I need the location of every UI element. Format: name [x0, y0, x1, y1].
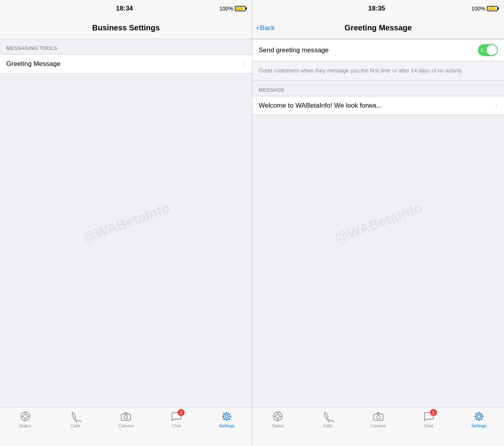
right-tab-chat-label: Chat — [424, 423, 433, 428]
svg-point-1 — [23, 414, 27, 418]
left-camera-icon — [120, 411, 132, 422]
left-tab-camera-label: Camera — [118, 423, 133, 428]
left-tab-settings[interactable]: Settings — [202, 411, 252, 428]
right-status-bar: 18:35 100% — [252, 0, 504, 17]
right-status-right: 100% — [471, 5, 498, 12]
right-watermark: @WABetaInfo — [332, 200, 424, 247]
svg-rect-6 — [121, 414, 131, 420]
left-tab-calls[interactable]: Calls — [50, 411, 101, 428]
right-time: 18:35 — [282, 5, 471, 12]
greeting-message-chevron: › — [243, 60, 246, 68]
right-tab-settings[interactable]: Settings — [454, 411, 504, 428]
left-nav-bar: Business Settings — [0, 17, 252, 39]
greeting-toggle[interactable]: I — [478, 44, 498, 56]
left-tab-chat-label: Chat — [172, 423, 181, 428]
svg-rect-16 — [374, 414, 383, 420]
svg-point-18 — [477, 415, 481, 418]
left-battery-fill — [236, 7, 243, 10]
svg-point-17 — [376, 416, 380, 419]
left-panel: 18:34 100% Business Settings MESSAGING T… — [0, 0, 252, 446]
left-section-header: MESSAGING TOOLS — [0, 39, 252, 54]
left-tab-status[interactable]: Status — [0, 411, 50, 428]
right-battery-percent: 100% — [471, 5, 485, 12]
left-tab-camera[interactable]: Camera — [101, 411, 151, 428]
svg-point-19 — [476, 413, 482, 420]
message-preview-text: Welcome to WABetaInfo! We look forwa... — [259, 102, 495, 110]
left-chat-badge: 1 — [177, 409, 185, 416]
right-battery-fill — [488, 7, 495, 10]
svg-point-8 — [225, 415, 228, 418]
right-tab-bar: Status Calls Camera — [252, 407, 504, 446]
right-tab-status-label: Status — [272, 423, 284, 428]
left-battery-icon — [235, 6, 246, 11]
message-preview-row[interactable]: Welcome to WABetaInfo! We look forwa... … — [252, 96, 504, 115]
left-tab-calls-label: Calls — [71, 423, 80, 428]
left-chat-icon: 1 — [170, 411, 182, 422]
left-nav-title: Business Settings — [92, 23, 160, 32]
right-tab-settings-label: Settings — [471, 423, 487, 428]
send-greeting-row[interactable]: Send greeting message I — [252, 39, 504, 61]
left-time: 18:34 — [30, 5, 219, 12]
left-tab-bar: Status Calls Camera — [0, 407, 252, 446]
right-chat-icon: 1 — [423, 411, 435, 422]
greeting-message-row[interactable]: Greeting Message › — [0, 55, 252, 73]
right-chat-badge: 1 — [430, 409, 437, 416]
greeting-description: Greet customers when they message you th… — [252, 61, 504, 81]
left-tab-status-label: Status — [19, 423, 31, 428]
right-tab-chat[interactable]: 1 Chat — [403, 411, 454, 428]
right-status-icon — [272, 411, 284, 422]
left-calls-icon — [70, 411, 82, 422]
right-calls-icon — [322, 411, 334, 422]
toggle-i-label: I — [481, 47, 483, 53]
right-settings-icon — [473, 411, 485, 422]
right-tab-status[interactable]: Status — [252, 411, 303, 428]
right-back-button[interactable]: ‹ Back — [256, 24, 275, 32]
svg-point-11 — [276, 414, 280, 418]
right-nav-title: Greeting Message — [344, 23, 412, 32]
right-tab-calls-label: Calls — [323, 423, 332, 428]
right-camera-icon — [373, 411, 384, 422]
back-label: Back — [260, 24, 275, 32]
right-tab-camera-label: Camera — [371, 423, 386, 428]
left-settings-icon — [221, 411, 232, 422]
send-greeting-label: Send greeting message — [259, 46, 329, 54]
right-tab-camera[interactable]: Camera — [353, 411, 403, 428]
right-battery-icon — [487, 6, 498, 11]
toggle-section: Send greeting message I — [252, 39, 504, 61]
right-nav-bar: ‹ Back Greeting Message — [252, 17, 504, 39]
left-list-section: Greeting Message › — [0, 54, 252, 74]
message-row-chevron: › — [495, 101, 498, 110]
right-panel: 18:35 100% ‹ Back Greeting Message Send … — [252, 0, 504, 446]
left-tab-chat[interactable]: 1 Chat — [151, 411, 202, 428]
svg-point-7 — [124, 416, 128, 419]
right-tab-calls[interactable]: Calls — [303, 411, 353, 428]
back-chevron-icon: ‹ — [256, 23, 259, 32]
left-tab-settings-label: Settings — [219, 423, 235, 428]
left-status-bar: 18:34 100% — [0, 0, 252, 17]
left-status-right: 100% — [219, 5, 246, 12]
svg-point-9 — [224, 413, 230, 420]
left-status-icon — [20, 411, 31, 422]
toggle-knob — [486, 45, 497, 55]
left-watermark: @WABetaInfo — [80, 200, 172, 247]
message-section-header: MESSAGE — [252, 81, 504, 96]
greeting-message-label: Greeting Message — [6, 60, 60, 68]
left-battery-percent: 100% — [219, 5, 233, 12]
